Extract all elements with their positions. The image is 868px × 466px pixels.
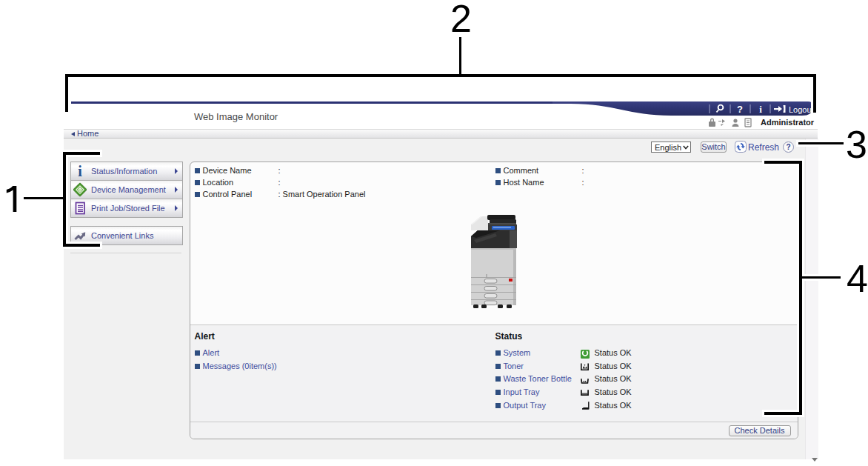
svg-text:?: ? (737, 104, 743, 115)
svg-text:Logout: Logout (789, 105, 812, 114)
svg-text:i: i (759, 104, 762, 115)
svg-text:i: i (78, 164, 82, 179)
